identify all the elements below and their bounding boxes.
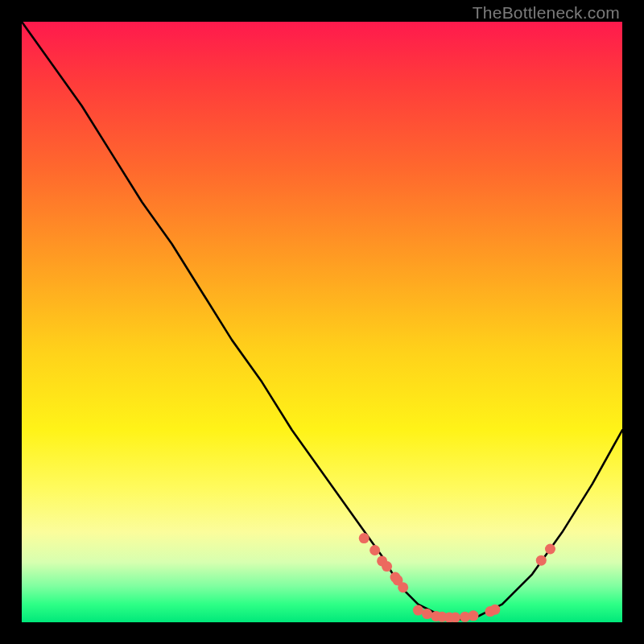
data-markers <box>359 533 555 622</box>
chart-frame: TheBottleneck.com <box>0 0 644 644</box>
data-marker <box>450 613 460 622</box>
data-marker <box>545 543 555 554</box>
data-marker <box>398 582 408 592</box>
plot-area <box>22 22 622 622</box>
data-marker <box>369 545 380 555</box>
bottleneck-curve <box>22 22 622 619</box>
data-marker <box>382 561 392 572</box>
attribution-text: TheBottleneck.com <box>473 3 620 23</box>
data-marker <box>422 609 432 619</box>
curve-layer <box>22 22 622 622</box>
data-marker <box>468 610 478 621</box>
data-marker <box>359 533 369 543</box>
data-marker <box>489 605 500 615</box>
data-marker <box>413 605 423 616</box>
data-marker <box>536 555 547 566</box>
